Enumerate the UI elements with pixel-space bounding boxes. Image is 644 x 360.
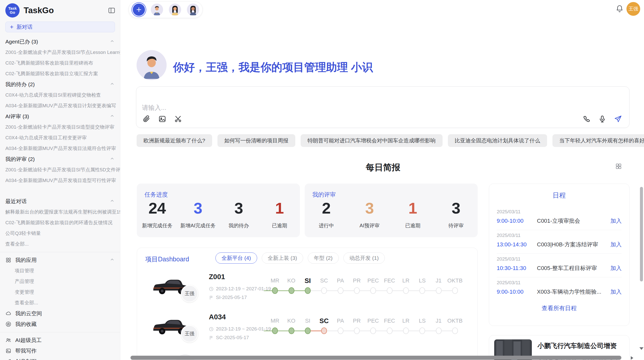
chevron-up-icon[interactable] (110, 39, 115, 45)
clock-icon (209, 327, 214, 332)
suggestion-chip[interactable]: 比亚迪全固态电池计划具体说了什么 (448, 134, 547, 147)
agent-avatar-1[interactable] (151, 4, 163, 16)
view-all-schedule-link[interactable]: 查看所有日程 (497, 304, 622, 312)
sidebar-item[interactable]: A034-全新新能源MUV产品开发项目计划变更表编写 (0, 100, 120, 111)
chevron-up-icon[interactable] (110, 81, 115, 88)
send-icon[interactable] (614, 115, 622, 123)
project-dashboard-card: 项目Dashboard 全新平台 (4)全新上装 (3)年型 (2)动总开发 (… (137, 248, 478, 360)
sidebar-item[interactable]: 解释最新出台的欧盟报废车法规再生塑料比例被调至15%... (0, 207, 120, 217)
sidebar-tool-item[interactable]: 创意制图 (0, 356, 120, 360)
agent-avatar-2[interactable] (169, 4, 181, 16)
milestone-dot-sc[interactable] (321, 287, 327, 294)
divider (0, 252, 120, 252)
dashboard-tab[interactable]: 全新平台 (4) (215, 252, 257, 264)
sidebar-item[interactable]: A034-全新新能源MUV产品开发项目造型可行性评审 (0, 175, 120, 186)
milestone-dot-ls[interactable] (419, 327, 425, 334)
milestone-dot-pa[interactable] (338, 287, 343, 294)
sidebar-app-item[interactable]: 项目管理 (0, 265, 120, 276)
sidebar-item[interactable]: C02-飞腾新能源轻客改款项目的闭环通告反馈情况 (0, 217, 120, 228)
sidebar-app-item[interactable]: 变更管理 (0, 287, 120, 297)
image-icon[interactable] (158, 115, 166, 123)
sidebar-item[interactable]: 查看全部... (0, 239, 120, 249)
suggestion-chip[interactable]: 如何写一份清晰的项目周报 (217, 134, 295, 147)
project-flag: SC-2025-05-17 (216, 335, 249, 340)
sidebar-item-star-circle[interactable]: 我的收藏 (0, 319, 120, 329)
user-avatar[interactable]: 王强 (626, 2, 640, 16)
sidebar-item-my-apps[interactable]: 我的应用 (0, 255, 120, 265)
join-link[interactable]: 加入 (610, 288, 622, 296)
milestone-dot-oktb[interactable] (452, 327, 458, 334)
sidebar-item-cloud[interactable]: 我的云空间 (0, 308, 120, 319)
milestone-dot-si[interactable] (305, 287, 311, 294)
sidebar-app-item[interactable]: 产品管理 (0, 276, 120, 287)
milestone-dot-mr[interactable] (272, 287, 278, 294)
sidebar-item[interactable]: Z001-全新燃油轻卡产品开发项目SI节点属性5D文件评审 (0, 164, 120, 175)
join-link[interactable]: 加入 (610, 241, 622, 248)
sidebar-item[interactable]: C02-飞腾新能源轻客改款项目里程碑画布 (0, 58, 120, 68)
sidebar-item[interactable]: 公司Q3轻卡销量 (0, 228, 120, 239)
milestone-dot-lr[interactable] (403, 287, 409, 294)
phone-icon[interactable] (582, 115, 591, 123)
sidebar-header: Task Go TaskGo (0, 0, 120, 20)
milestone-dot-fec[interactable] (387, 327, 392, 334)
chevron-up-icon[interactable] (110, 156, 115, 162)
sidebar-app-item[interactable]: 查看全部... (0, 297, 120, 308)
milestone-dot-oktb[interactable] (452, 287, 458, 294)
sidebar-item-label: 创意制图 (15, 358, 37, 360)
milestone-dot-sc[interactable] (321, 327, 327, 334)
sidebar-item[interactable]: Z001-全新燃油轻卡产品开发项目SI造型提交物评审 (0, 122, 120, 132)
event-row: 9:00-10:00C001-立项审批会加入 (497, 217, 622, 225)
milestone-dot-fec[interactable] (387, 287, 392, 294)
suggestion-chip[interactable]: 欧洲新规最近颁布了什么? (137, 134, 212, 147)
chevron-up-icon[interactable] (110, 198, 115, 205)
attach-icon[interactable] (142, 115, 151, 123)
dashboard-tab[interactable]: 年型 (2) (308, 252, 339, 264)
join-link[interactable]: 加入 (610, 264, 622, 272)
scroll-right-arrow-icon[interactable] (631, 356, 633, 360)
join-link[interactable]: 加入 (610, 217, 622, 225)
sidebar-item[interactable]: C02-飞腾新能源轻客改款项目立项汇报方案 (0, 68, 120, 79)
milestone-dot-j1[interactable] (436, 287, 442, 294)
sidebar-section-header[interactable]: AI评审 (3) (0, 111, 120, 122)
milestone-dot-pec[interactable] (370, 327, 376, 334)
sidebar-tool-item[interactable]: 帮我写作 (0, 346, 120, 356)
chevron-up-icon[interactable] (110, 257, 115, 263)
mic-icon[interactable] (598, 115, 606, 123)
suggestion-chip[interactable]: 当下年轻人对汽车外观有怎样的喜好趋势 (552, 134, 644, 147)
scroll-down-arrow-icon[interactable] (639, 347, 643, 350)
sidebar-section-header[interactable]: 我的待办 (2) (0, 79, 120, 90)
milestone-dot-ls[interactable] (419, 287, 425, 294)
sidebar-section-header[interactable]: 最近对话 (0, 196, 120, 207)
sidebar-item[interactable]: A034-全新新能源MUV产品开发项目法规符合性评审 (0, 143, 120, 154)
sidebar-section-header[interactable]: 我的评审 (2) (0, 154, 120, 164)
sidebar-item[interactable]: C0X4-动力总成开发项目工程变更评审 (0, 132, 120, 143)
milestone-dot-mr[interactable] (272, 327, 278, 334)
scissors-icon[interactable] (174, 115, 182, 123)
milestone-dot-ko[interactable] (288, 327, 294, 334)
chevron-up-icon[interactable] (110, 113, 115, 120)
milestone-dot-lr[interactable] (403, 327, 409, 334)
add-agent-button[interactable] (133, 4, 145, 16)
chat-input[interactable]: 请输入... (142, 103, 166, 112)
sidebar-section-header[interactable]: Agent已办 (3) (0, 36, 120, 47)
vertical-scrollbar[interactable] (640, 187, 643, 281)
sidebar-collapse-icon[interactable] (108, 7, 115, 14)
milestone-dot-pr[interactable] (354, 327, 360, 334)
sidebar-tool-item[interactable]: AI超级员工 (0, 335, 120, 346)
milestone-dot-pr[interactable] (354, 287, 360, 294)
new-chat-button[interactable]: + 新对话 (5, 22, 115, 32)
milestone-dot-si[interactable] (305, 327, 311, 334)
sidebar-item[interactable]: Z001-全新燃油皮卡产品开发项目SI节点Lesson Learn报告 (0, 47, 120, 58)
dashboard-tab[interactable]: 动总开发 (1) (343, 252, 385, 264)
grid-toggle-icon[interactable] (615, 163, 622, 170)
agent-avatar-3[interactable] (187, 4, 199, 16)
milestone-dot-pa[interactable] (338, 327, 343, 334)
horizontal-scrollbar[interactable] (130, 356, 621, 360)
suggestion-chip[interactable]: 特朗普可能对进口汽车增税会对中国车企造成哪些影响 (301, 134, 443, 147)
milestone-dot-pec[interactable] (370, 287, 376, 294)
sidebar-item[interactable]: C0X4-动力总成开发项目SI里程碑提交物检查 (0, 90, 120, 100)
notifications-bell-icon[interactable] (616, 5, 624, 13)
dashboard-tab[interactable]: 全新上装 (3) (262, 252, 303, 264)
milestone-dot-j1[interactable] (436, 327, 442, 334)
milestone-dot-ko[interactable] (288, 287, 294, 294)
